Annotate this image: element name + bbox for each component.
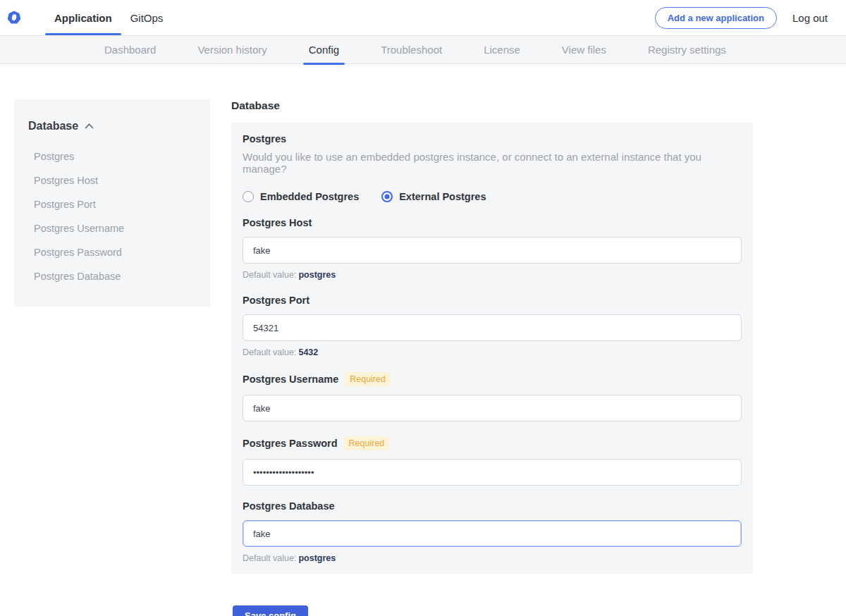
config-content: Database Postgres Postgres Host Postgres…	[0, 64, 846, 616]
radio-embedded-postgres[interactable]: Embedded Postgres	[243, 191, 359, 202]
subnav-license[interactable]: License	[484, 36, 520, 63]
tab-application[interactable]: Application	[45, 0, 121, 35]
default-value-label: Default value:	[243, 270, 296, 280]
postgres-username-label: Postgres Username	[243, 374, 338, 385]
group-help-text: Would you like to use an embedded postgr…	[243, 151, 742, 175]
sidebar-item-postgres-host[interactable]: Postgres Host	[28, 168, 196, 192]
add-new-application-button[interactable]: Add a new application	[655, 7, 777, 29]
database-config-panel: Postgres Would you like to use an embedd…	[231, 123, 753, 574]
required-badge: Required	[345, 372, 391, 386]
config-main: Database Postgres Would you like to use …	[231, 99, 753, 616]
postgres-password-label: Postgres Password	[243, 438, 338, 449]
tab-gitops-label: GitOps	[130, 12, 164, 24]
page-title: Database	[231, 99, 753, 112]
postgres-host-default: Default value:postgres	[243, 270, 742, 280]
config-field-postgres-username: Postgres Username Required	[243, 372, 742, 421]
postgres-mode-radio-group: Embedded Postgres External Postgres	[243, 191, 742, 202]
subnav-version-history[interactable]: Version history	[197, 36, 266, 63]
config-field-postgres-password: Postgres Password Required	[243, 436, 742, 486]
group-label-postgres: Postgres	[243, 133, 742, 144]
postgres-username-input[interactable]	[243, 395, 742, 421]
tab-gitops[interactable]: GitOps	[121, 0, 173, 35]
required-badge: Required	[344, 436, 390, 450]
chevron-up-icon	[85, 123, 94, 129]
default-value-text: 5432	[298, 347, 318, 357]
radio-external-postgres-label: External Postgres	[399, 191, 486, 202]
sidebar-item-postgres-username[interactable]: Postgres Username	[28, 216, 196, 240]
radio-embedded-postgres-label: Embedded Postgres	[260, 191, 359, 202]
save-config-button[interactable]: Save config	[233, 605, 308, 616]
default-value-label: Default value:	[243, 553, 296, 563]
subnav-registry-settings[interactable]: Registry settings	[648, 36, 726, 63]
config-field-postgres-database: Postgres Database Default value:postgres	[243, 500, 742, 563]
sidebar-item-postgres-database[interactable]: Postgres Database	[28, 264, 196, 288]
postgres-port-input[interactable]	[243, 314, 742, 341]
sidebar-group-label: Database	[28, 120, 78, 133]
config-field-postgres-host: Postgres Host Default value:postgres	[243, 217, 742, 280]
subnav-dashboard[interactable]: Dashboard	[104, 36, 156, 63]
subnav-troubleshoot[interactable]: Troubleshoot	[381, 36, 442, 63]
radio-external-postgres[interactable]: External Postgres	[381, 191, 486, 202]
postgres-database-input[interactable]	[243, 520, 742, 547]
top-header: Application GitOps Add a new application…	[0, 0, 846, 36]
app-logo-icon	[7, 11, 21, 25]
app-subnav: Dashboard Version history Config Trouble…	[0, 36, 846, 64]
postgres-database-default: Default value:postgres	[243, 553, 742, 563]
tab-application-label: Application	[54, 12, 112, 24]
radio-unselected-icon	[243, 191, 254, 202]
subnav-view-files[interactable]: View files	[562, 36, 606, 63]
config-sidebar: Database Postgres Postgres Host Postgres…	[14, 99, 210, 307]
default-value-text: postgres	[298, 553, 336, 563]
sidebar-item-postgres[interactable]: Postgres	[28, 144, 196, 168]
sidebar-item-postgres-password[interactable]: Postgres Password	[28, 240, 196, 264]
postgres-host-input[interactable]	[243, 237, 742, 264]
default-value-label: Default value:	[243, 347, 296, 357]
postgres-database-label: Postgres Database	[243, 500, 335, 512]
sidebar-item-postgres-port[interactable]: Postgres Port	[28, 192, 196, 216]
postgres-port-default: Default value:5432	[243, 347, 742, 357]
config-field-postgres-port: Postgres Port Default value:5432	[243, 295, 742, 357]
default-value-text: postgres	[298, 270, 336, 280]
subnav-config[interactable]: Config	[309, 36, 339, 63]
sidebar-group-database[interactable]: Database	[28, 120, 196, 133]
radio-selected-icon	[381, 191, 393, 202]
logout-link[interactable]: Log out	[792, 12, 828, 24]
postgres-host-label: Postgres Host	[243, 217, 312, 228]
topbar-right: Add a new application Log out	[655, 7, 846, 29]
postgres-port-label: Postgres Port	[243, 295, 309, 306]
postgres-password-input[interactable]	[243, 459, 742, 486]
